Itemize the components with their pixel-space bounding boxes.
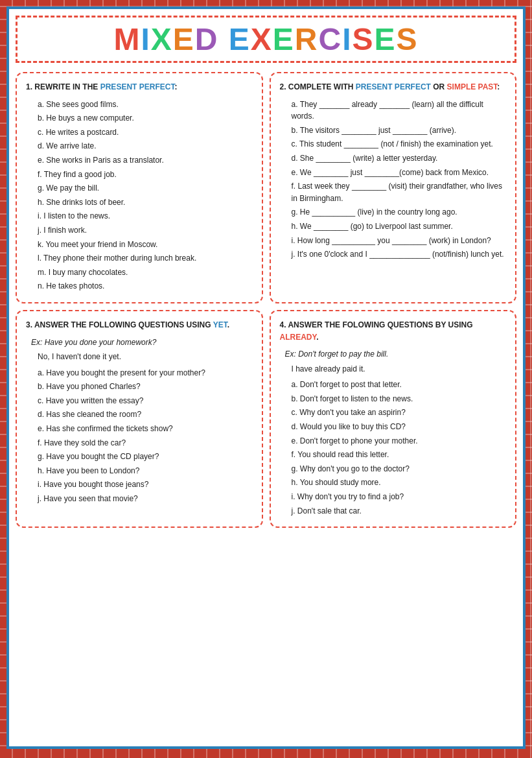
list-item: e. Has she confirmed the tickets show? — [38, 423, 253, 435]
ex2-title-text: COMPLETE WITH — [288, 82, 356, 91]
list-item: c. This student ________ (not / finish) … — [292, 138, 507, 150]
title-letter: E — [229, 22, 251, 56]
list-item: i. Why don't you try to find a job? — [292, 491, 507, 503]
exercise-4-title: 4. ANSWER THE FOLOWING QUESTIONS BY USIN… — [280, 319, 507, 343]
title-letter: E — [273, 22, 295, 56]
title-box: MIXED EXERCISES — [16, 16, 516, 63]
list-item: n. He takes photos. — [38, 280, 253, 292]
list-item: d. Has she cleaned the room? — [38, 409, 253, 421]
title-letter: X — [251, 22, 273, 56]
ex3-title-end: . — [227, 320, 229, 329]
title-letter: E — [375, 22, 397, 56]
title-letter: X — [151, 22, 173, 56]
list-item: j. I finish work. — [38, 224, 253, 237]
ex1-title-text: REWRITE IN THE — [34, 82, 100, 91]
ex4-highlight: ALREADY — [280, 333, 317, 342]
list-item: c. Have you written the essay? — [38, 395, 253, 407]
list-item: h. Have you been to London? — [38, 465, 253, 477]
list-item: b. The visitors ________ just ________ (… — [292, 124, 507, 137]
list-item: g. Why don't you go to the doctor? — [292, 463, 507, 475]
title-letter — [218, 22, 228, 56]
list-item: l. They phone their mother during lunch … — [38, 252, 253, 265]
list-item: j. It's one 0'clock and I ______________… — [292, 248, 507, 261]
list-item: g. Have you bought the CD player? — [38, 451, 253, 463]
title-letter: M — [113, 22, 141, 56]
list-item: c. Why don't you take an aspirin? — [292, 407, 507, 419]
list-item: j. Don't sale that car. — [292, 505, 507, 517]
exercise-3-box: 3. ANSWER THE FOLLOWING QUESTIONS USING … — [16, 310, 263, 528]
list-item: b. He buys a new computer. — [38, 112, 253, 124]
list-item: h. You should study more. — [292, 477, 507, 489]
title-letter: C — [319, 22, 343, 56]
exercise-1-items: a. She sees good films.b. He buys a new … — [26, 99, 253, 292]
exercise-1-box: 1. REWRITE IN THE PRESENT PERFECT: a. Sh… — [16, 72, 263, 303]
list-item: d. She ________ (write) a letter yesterd… — [292, 152, 507, 165]
list-item: f. You should read this letter. — [292, 449, 507, 461]
list-item: j. Have you seen that movie? — [38, 493, 253, 505]
list-item: b. Don't forget to listen to the news. — [292, 393, 507, 405]
list-item: b. Have you phoned Charles? — [38, 381, 253, 393]
ex2-title-mid: OR — [431, 82, 447, 91]
list-item: f. Last week they ________ (visit) their… — [292, 180, 507, 204]
ex3-highlight: YET — [213, 320, 227, 329]
list-item: a. They _______ already _______ (learn) … — [292, 99, 507, 123]
list-item: f. Have they sold the car? — [38, 437, 253, 449]
ex3-example-q: Ex: Have you done your homework? — [31, 337, 253, 349]
title-letter: R — [295, 22, 319, 56]
ex3-title-text: ANSWER THE FOLLOWING QUESTIONS USING — [34, 320, 213, 329]
ex2-number: 2. — [280, 82, 286, 91]
ex4-number: 4. — [280, 320, 286, 329]
ex1-title-end: : — [174, 82, 177, 91]
title-letter: S — [397, 22, 419, 56]
exercise-2-items: a. They _______ already _______ (learn) … — [280, 99, 507, 261]
ex4-title-text: ANSWER THE FOLOWING QUESTIONS BY USING — [288, 320, 472, 329]
list-item: e. Don't forget to phone your mother. — [292, 435, 507, 447]
list-item: e. We ________ just ________(come) back … — [292, 167, 507, 179]
page-title: MIXED EXERCISES — [24, 21, 508, 57]
list-item: g. We pay the bill. — [38, 182, 253, 195]
ex1-highlight: PRESENT PERFECT — [100, 82, 175, 91]
exercise-3-items: a. Have you bought the present for your … — [26, 367, 253, 505]
exercise-1-title: 1. REWRITE IN THE PRESENT PERFECT: — [26, 81, 253, 93]
list-item: k. You meet your friend in Moscow. — [38, 239, 253, 251]
ex2-highlight1: PRESENT PERFECT — [356, 82, 431, 91]
exercise-2-box: 2. COMPLETE WITH PRESENT PERFECT OR SIMP… — [270, 72, 517, 303]
ex2-title-end: : — [497, 82, 500, 91]
outer-border: MIXED EXERCISES 1. REWRITE IN THE PRESEN… — [6, 6, 526, 749]
list-item: i. Have you bought those jeans? — [38, 479, 253, 491]
exercise-4-items: a. Don't forget to post that letter.b. D… — [280, 379, 507, 517]
list-item: i. I listen to the news. — [38, 210, 253, 222]
list-item: h. We ________ (go) to Liverpool last su… — [292, 220, 507, 233]
ex3-number: 3. — [26, 320, 32, 329]
title-letter: D — [195, 22, 219, 56]
list-item: i. How long __________ you ________ (wor… — [292, 235, 507, 247]
list-item: d. We arrive late. — [38, 140, 253, 152]
ex3-example-a: No, I haven't done it yet. — [38, 351, 253, 363]
list-item: a. Have you bought the present for your … — [38, 367, 253, 379]
title-letter: S — [353, 22, 375, 56]
list-item: c. He writes a postcard. — [38, 126, 253, 139]
ex4-example-q: Ex: Don't forget to pay the bill. — [285, 348, 507, 361]
exercise-2-title: 2. COMPLETE WITH PRESENT PERFECT OR SIMP… — [280, 81, 507, 93]
list-item: h. She drinks lots of beer. — [38, 196, 253, 209]
list-item: a. She sees good films. — [38, 99, 253, 111]
list-item: g. He __________ (live) in the country l… — [292, 206, 507, 219]
list-item: e. She works in Paris as a translator. — [38, 154, 253, 167]
exercise-4-box: 4. ANSWER THE FOLOWING QUESTIONS BY USIN… — [270, 310, 517, 528]
ex2-highlight2: SIMPLE PAST — [447, 82, 498, 91]
title-letter: I — [141, 22, 150, 56]
ex1-number: 1. — [26, 82, 32, 91]
list-item: f. They find a good job. — [38, 169, 253, 181]
title-letter: E — [173, 22, 195, 56]
exercise-3-title: 3. ANSWER THE FOLLOWING QUESTIONS USING … — [26, 319, 253, 331]
exercises-grid: 1. REWRITE IN THE PRESENT PERFECT: a. Sh… — [16, 72, 516, 528]
list-item: d. Would you like to buy this CD? — [292, 421, 507, 433]
ex4-title-end: . — [316, 333, 318, 342]
list-item: m. I buy many chocolates. — [38, 266, 253, 279]
list-item: a. Don't forget to post that letter. — [292, 379, 507, 391]
ex4-example-a: I have already paid it. — [292, 363, 507, 375]
title-letter: I — [342, 22, 352, 56]
